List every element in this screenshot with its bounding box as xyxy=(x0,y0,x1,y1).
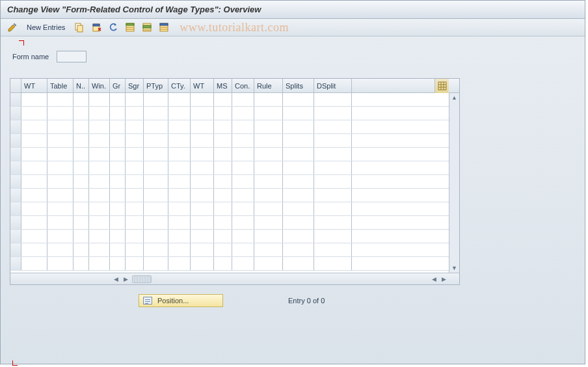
cell-n[interactable] xyxy=(74,148,89,161)
select-all-button[interactable] xyxy=(122,21,138,34)
cell-ms[interactable] xyxy=(214,230,232,243)
vertical-scrollbar[interactable]: ▲ ▼ xyxy=(449,93,459,273)
cell-dsplit[interactable] xyxy=(314,175,352,188)
table-row[interactable] xyxy=(10,120,459,134)
cell-sgr[interactable] xyxy=(126,107,144,120)
scroll-down-icon[interactable]: ▼ xyxy=(451,265,457,271)
cell-wt1[interactable] xyxy=(21,216,47,229)
row-selector[interactable] xyxy=(10,161,21,174)
cell-ptyp[interactable] xyxy=(144,134,168,147)
table-row[interactable] xyxy=(10,107,459,120)
cell-cty[interactable] xyxy=(168,120,191,133)
row-selector[interactable] xyxy=(10,107,21,120)
cell-gr[interactable] xyxy=(110,107,126,120)
cell-cty[interactable] xyxy=(168,134,191,147)
cell-ptyp[interactable] xyxy=(144,107,168,120)
cell-dsplit[interactable] xyxy=(314,202,352,215)
cell-wt2[interactable] xyxy=(191,216,214,229)
cell-table[interactable] xyxy=(47,120,74,133)
cell-wt2[interactable] xyxy=(191,134,214,147)
cell-splits[interactable] xyxy=(283,189,314,202)
cell-wt1[interactable] xyxy=(21,107,47,120)
cell-n[interactable] xyxy=(74,202,89,215)
cell-wt1[interactable] xyxy=(21,93,47,106)
cell-cty[interactable] xyxy=(168,257,191,270)
table-row[interactable] xyxy=(10,134,459,148)
cell-table[interactable] xyxy=(47,216,74,229)
cell-ptyp[interactable] xyxy=(144,216,168,229)
column-header-splits[interactable]: Splits xyxy=(283,79,314,92)
cell-win[interactable] xyxy=(89,216,110,229)
row-selector[interactable] xyxy=(10,148,21,161)
cell-con[interactable] xyxy=(232,175,254,188)
cell-sgr[interactable] xyxy=(126,175,144,188)
cell-wt1[interactable] xyxy=(21,230,47,243)
cell-gr[interactable] xyxy=(110,175,126,188)
cell-table[interactable] xyxy=(47,161,74,174)
cell-rule[interactable] xyxy=(254,107,283,120)
cell-cty[interactable] xyxy=(168,148,191,161)
row-selector[interactable] xyxy=(10,230,21,243)
cell-rule[interactable] xyxy=(254,202,283,215)
table-row[interactable] xyxy=(10,243,459,257)
cell-ptyp[interactable] xyxy=(144,189,168,202)
cell-gr[interactable] xyxy=(110,257,126,270)
cell-table[interactable] xyxy=(47,243,74,256)
cell-cty[interactable] xyxy=(168,202,191,215)
cell-cty[interactable] xyxy=(168,216,191,229)
cell-wt1[interactable] xyxy=(21,257,47,270)
cell-wt2[interactable] xyxy=(191,107,214,120)
cell-ptyp[interactable] xyxy=(144,148,168,161)
cell-wt2[interactable] xyxy=(191,93,214,106)
cell-con[interactable] xyxy=(232,216,254,229)
cell-win[interactable] xyxy=(89,107,110,120)
table-row[interactable] xyxy=(10,189,459,202)
cell-rule[interactable] xyxy=(254,148,283,161)
column-header-gr[interactable]: Gr xyxy=(110,79,126,92)
cell-cty[interactable] xyxy=(168,175,191,188)
cell-gr[interactable] xyxy=(110,161,126,174)
cell-cty[interactable] xyxy=(168,93,191,106)
cell-con[interactable] xyxy=(232,243,254,256)
cell-sgr[interactable] xyxy=(126,161,144,174)
cell-sgr[interactable] xyxy=(126,120,144,133)
cell-rule[interactable] xyxy=(254,257,283,270)
cell-win[interactable] xyxy=(89,230,110,243)
cell-ptyp[interactable] xyxy=(144,243,168,256)
new-entries-button[interactable]: New Entries xyxy=(21,21,70,34)
cell-win[interactable] xyxy=(89,134,110,147)
column-header-rule[interactable]: Rule xyxy=(254,79,283,92)
cell-ptyp[interactable] xyxy=(144,230,168,243)
row-selector[interactable] xyxy=(10,120,21,133)
cell-win[interactable] xyxy=(89,257,110,270)
hscroll-thumb[interactable] xyxy=(132,275,152,283)
table-row[interactable] xyxy=(10,148,459,161)
select-block-button[interactable] xyxy=(139,21,155,34)
cell-wt2[interactable] xyxy=(191,189,214,202)
cell-n[interactable] xyxy=(74,93,89,106)
deselect-all-button[interactable] xyxy=(156,21,172,34)
cell-con[interactable] xyxy=(232,161,254,174)
cell-rule[interactable] xyxy=(254,189,283,202)
scroll-left-icon[interactable]: ◀ xyxy=(111,276,121,282)
cell-n[interactable] xyxy=(74,230,89,243)
cell-wt2[interactable] xyxy=(191,161,214,174)
cell-cty[interactable] xyxy=(168,107,191,120)
cell-ms[interactable] xyxy=(214,257,232,270)
toggle-display-change-button[interactable] xyxy=(5,21,20,34)
cell-gr[interactable] xyxy=(110,134,126,147)
cell-dsplit[interactable] xyxy=(314,189,352,202)
table-row[interactable] xyxy=(10,93,459,107)
cell-sgr[interactable] xyxy=(126,243,144,256)
cell-table[interactable] xyxy=(47,202,74,215)
cell-sgr[interactable] xyxy=(126,202,144,215)
column-header-n[interactable]: N.. xyxy=(74,79,89,92)
cell-wt1[interactable] xyxy=(21,189,47,202)
form-name-input[interactable] xyxy=(57,51,87,62)
cell-n[interactable] xyxy=(74,243,89,256)
scroll-right-icon[interactable]: ▶ xyxy=(121,276,131,282)
cell-cty[interactable] xyxy=(168,161,191,174)
cell-win[interactable] xyxy=(89,161,110,174)
cell-rule[interactable] xyxy=(254,230,283,243)
cell-dsplit[interactable] xyxy=(314,93,352,106)
